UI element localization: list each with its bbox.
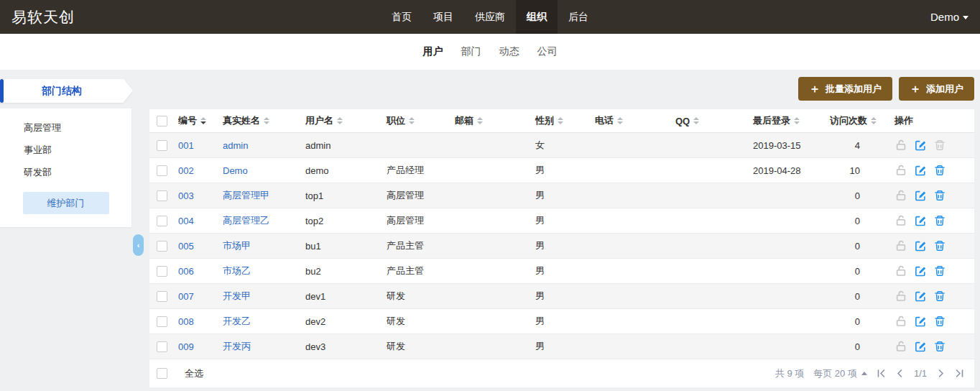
column-header[interactable]: 编号: [178, 114, 223, 127]
header-select-all-checkbox[interactable]: [157, 116, 167, 126]
user-id-link[interactable]: 009: [178, 341, 194, 352]
top-nav-item[interactable]: 供应商: [464, 0, 516, 34]
edit-button[interactable]: [914, 214, 927, 227]
row-checkbox[interactable]: [157, 266, 167, 277]
user-id-link[interactable]: 004: [178, 216, 194, 226]
column-header[interactable]: QQ: [675, 116, 753, 126]
row-checkbox[interactable]: [157, 190, 167, 201]
top-nav-item[interactable]: 后台: [558, 0, 599, 34]
user-realname-link[interactable]: 开发甲: [223, 290, 251, 303]
cell-account: admin: [305, 140, 387, 151]
user-id-link[interactable]: 006: [178, 266, 194, 277]
lock-button[interactable]: [895, 264, 907, 277]
sort-icon: [337, 117, 343, 124]
lock-button[interactable]: [895, 139, 907, 152]
trash-button[interactable]: [933, 214, 946, 227]
lock-button[interactable]: [895, 214, 907, 227]
user-realname-link[interactable]: admin: [223, 140, 248, 151]
maintain-department-button[interactable]: 维护部门: [23, 192, 109, 214]
user-realname-link[interactable]: Demo: [223, 165, 248, 176]
row-checkbox[interactable]: [157, 341, 167, 352]
user-id-link[interactable]: 002: [178, 165, 194, 176]
trash-button[interactable]: [933, 164, 946, 177]
lock-button[interactable]: [895, 340, 907, 353]
cell-visits: 0: [830, 190, 895, 201]
top-nav-item[interactable]: 项目: [422, 0, 464, 34]
next-page-button[interactable]: [936, 369, 946, 378]
user-realname-link[interactable]: 高层管理甲: [223, 189, 269, 202]
lock-button[interactable]: [895, 315, 907, 328]
row-checkbox[interactable]: [157, 165, 167, 176]
column-header[interactable]: 用户名: [305, 114, 387, 127]
user-id-link[interactable]: 007: [178, 291, 194, 302]
cell-role: 高层管理: [387, 189, 455, 202]
trash-button[interactable]: [933, 139, 946, 152]
user-realname-link[interactable]: 开发丙: [223, 340, 251, 353]
lock-button[interactable]: [895, 290, 907, 303]
top-nav-item[interactable]: 组织: [516, 0, 558, 34]
add-user-button[interactable]: ＋ 添加用户: [899, 77, 974, 101]
edit-button[interactable]: [914, 315, 927, 328]
trash-button[interactable]: [933, 315, 946, 328]
edit-button[interactable]: [914, 340, 927, 353]
user-realname-link[interactable]: 高层管理乙: [223, 214, 269, 227]
sidebar-department-item[interactable]: 高层管理: [0, 117, 131, 139]
lock-button[interactable]: [895, 239, 907, 252]
row-checkbox[interactable]: [157, 216, 167, 226]
trash-button[interactable]: [933, 290, 946, 303]
row-checkbox[interactable]: [157, 291, 167, 302]
trash-button[interactable]: [933, 264, 946, 277]
edit-button[interactable]: [914, 164, 927, 177]
subnav-tab[interactable]: 部门: [461, 45, 481, 58]
lock-button[interactable]: [895, 164, 907, 177]
first-page-button[interactable]: [877, 369, 886, 378]
edit-button[interactable]: [914, 239, 927, 252]
user-id-link[interactable]: 005: [178, 241, 194, 252]
sidebar-collapse-handle[interactable]: ‹: [133, 234, 144, 256]
batch-add-user-button[interactable]: ＋ 批量添加用户: [798, 77, 892, 101]
trash-button[interactable]: [933, 239, 946, 252]
edit-button[interactable]: [914, 189, 927, 202]
sidebar-department-item[interactable]: 研发部: [0, 162, 131, 184]
sidebar-accent-bar: [0, 79, 4, 103]
user-realname-link[interactable]: 市场甲: [223, 239, 251, 252]
column-header-label: 操作: [895, 114, 913, 127]
column-header[interactable]: 真实姓名: [223, 114, 305, 127]
column-header[interactable]: 性别: [535, 114, 595, 127]
subnav-tab[interactable]: 用户: [423, 45, 443, 58]
lock-button[interactable]: [895, 189, 907, 202]
user-realname-link[interactable]: 市场乙: [223, 264, 251, 277]
sidebar-tab-arrow: [124, 79, 133, 102]
last-page-button[interactable]: [955, 369, 964, 378]
edit-button[interactable]: [914, 290, 927, 303]
cell-gender: 男: [535, 239, 595, 252]
cell-visits: 0: [830, 316, 895, 327]
sidebar-department-item[interactable]: 事业部: [0, 139, 131, 162]
trash-button[interactable]: [933, 340, 946, 353]
row-checkbox[interactable]: [157, 140, 167, 151]
first-page-icon: [877, 369, 886, 378]
cell-role: 研发: [387, 340, 455, 353]
user-id-link[interactable]: 008: [178, 316, 194, 327]
column-header[interactable]: 最后登录: [753, 114, 830, 127]
user-realname-link[interactable]: 开发乙: [223, 315, 251, 328]
edit-button[interactable]: [914, 139, 927, 152]
select-all-checkbox[interactable]: [157, 368, 167, 379]
column-header[interactable]: 电话: [595, 114, 675, 127]
user-id-link[interactable]: 003: [178, 190, 194, 201]
row-checkbox[interactable]: [157, 316, 167, 327]
per-page-selector[interactable]: 每页 20 项: [813, 367, 867, 380]
column-header[interactable]: 访问次数: [830, 114, 895, 127]
column-header[interactable]: 职位: [387, 114, 455, 127]
trash-button[interactable]: [933, 189, 946, 202]
subnav-tab[interactable]: 公司: [537, 45, 558, 58]
user-menu[interactable]: Demo: [930, 11, 980, 23]
row-checkbox[interactable]: [157, 241, 167, 252]
cell-last-login: 2019-04-28: [753, 165, 830, 176]
top-nav-item[interactable]: 首页: [381, 0, 422, 34]
subnav-tab[interactable]: 动态: [499, 45, 519, 58]
column-header[interactable]: 邮箱: [455, 114, 535, 127]
prev-page-button[interactable]: [895, 369, 905, 378]
edit-button[interactable]: [914, 264, 927, 277]
user-id-link[interactable]: 001: [178, 140, 194, 151]
